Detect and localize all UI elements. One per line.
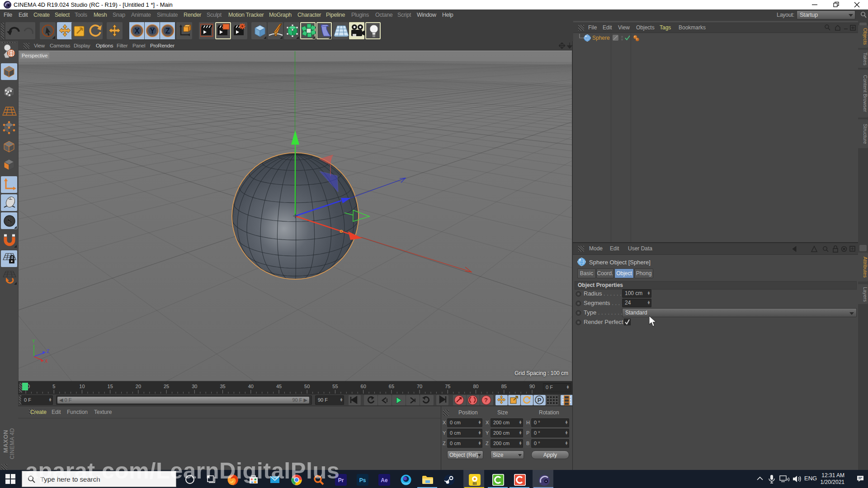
svg-text:75: 75	[445, 384, 450, 389]
svg-text:P: P	[538, 397, 542, 404]
svg-text:80: 80	[473, 384, 478, 389]
svg-text:25: 25	[164, 384, 169, 389]
svg-text:60: 60	[361, 384, 366, 389]
svg-text:65: 65	[389, 384, 394, 389]
svg-text:90: 90	[529, 384, 535, 389]
svg-text:10: 10	[79, 384, 85, 389]
svg-text:?: ?	[484, 397, 488, 403]
svg-text:Z: Z	[47, 349, 49, 354]
svg-text:15: 15	[108, 384, 113, 389]
svg-text:S: S	[7, 217, 12, 225]
svg-text:Ae: Ae	[381, 477, 388, 483]
svg-text:70: 70	[417, 384, 422, 389]
svg-text:X: X	[45, 359, 48, 364]
svg-text:Y: Y	[32, 339, 35, 344]
svg-text:X: X	[135, 27, 140, 35]
svg-text:Y: Y	[150, 27, 155, 35]
svg-text:Z: Z	[165, 27, 170, 35]
svg-text:50: 50	[304, 384, 310, 389]
svg-text:Ps: Ps	[359, 477, 366, 483]
svg-text:20: 20	[136, 384, 141, 389]
svg-text:85: 85	[501, 384, 507, 389]
svg-text:55: 55	[332, 384, 338, 389]
svg-text:45: 45	[276, 384, 282, 389]
svg-text:5: 5	[52, 384, 55, 389]
svg-text:40: 40	[248, 384, 254, 389]
svg-text:35: 35	[220, 384, 225, 389]
svg-text:30: 30	[192, 384, 197, 389]
